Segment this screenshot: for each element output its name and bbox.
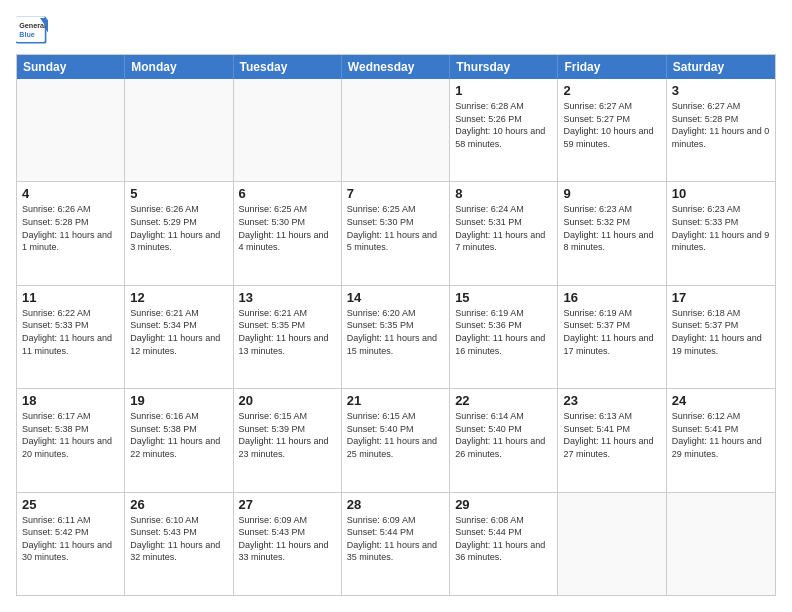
calendar-day-3: 3Sunrise: 6:27 AM Sunset: 5:28 PM Daylig…: [667, 79, 775, 181]
calendar-day-25: 25Sunrise: 6:11 AM Sunset: 5:42 PM Dayli…: [17, 493, 125, 595]
day-number: 10: [672, 186, 770, 201]
calendar-header: SundayMondayTuesdayWednesdayThursdayFrid…: [17, 55, 775, 79]
calendar-day-17: 17Sunrise: 6:18 AM Sunset: 5:37 PM Dayli…: [667, 286, 775, 388]
day-number: 6: [239, 186, 336, 201]
day-info: Sunrise: 6:15 AM Sunset: 5:39 PM Dayligh…: [239, 410, 336, 460]
calendar-day-26: 26Sunrise: 6:10 AM Sunset: 5:43 PM Dayli…: [125, 493, 233, 595]
calendar-day-4: 4Sunrise: 6:26 AM Sunset: 5:28 PM Daylig…: [17, 182, 125, 284]
weekday-header-wednesday: Wednesday: [342, 55, 450, 79]
calendar-empty-cell: [342, 79, 450, 181]
day-number: 23: [563, 393, 660, 408]
calendar-day-10: 10Sunrise: 6:23 AM Sunset: 5:33 PM Dayli…: [667, 182, 775, 284]
day-info: Sunrise: 6:16 AM Sunset: 5:38 PM Dayligh…: [130, 410, 227, 460]
calendar-row-2: 11Sunrise: 6:22 AM Sunset: 5:33 PM Dayli…: [17, 285, 775, 388]
day-number: 2: [563, 83, 660, 98]
calendar-row-3: 18Sunrise: 6:17 AM Sunset: 5:38 PM Dayli…: [17, 388, 775, 491]
day-info: Sunrise: 6:22 AM Sunset: 5:33 PM Dayligh…: [22, 307, 119, 357]
calendar-day-8: 8Sunrise: 6:24 AM Sunset: 5:31 PM Daylig…: [450, 182, 558, 284]
day-info: Sunrise: 6:14 AM Sunset: 5:40 PM Dayligh…: [455, 410, 552, 460]
day-number: 28: [347, 497, 444, 512]
day-number: 18: [22, 393, 119, 408]
svg-text:General: General: [19, 21, 46, 30]
day-number: 11: [22, 290, 119, 305]
day-info: Sunrise: 6:23 AM Sunset: 5:32 PM Dayligh…: [563, 203, 660, 253]
calendar-day-1: 1Sunrise: 6:28 AM Sunset: 5:26 PM Daylig…: [450, 79, 558, 181]
day-number: 22: [455, 393, 552, 408]
calendar-body: 1Sunrise: 6:28 AM Sunset: 5:26 PM Daylig…: [17, 79, 775, 595]
calendar-day-12: 12Sunrise: 6:21 AM Sunset: 5:34 PM Dayli…: [125, 286, 233, 388]
day-info: Sunrise: 6:12 AM Sunset: 5:41 PM Dayligh…: [672, 410, 770, 460]
calendar-day-13: 13Sunrise: 6:21 AM Sunset: 5:35 PM Dayli…: [234, 286, 342, 388]
calendar-day-6: 6Sunrise: 6:25 AM Sunset: 5:30 PM Daylig…: [234, 182, 342, 284]
calendar-day-14: 14Sunrise: 6:20 AM Sunset: 5:35 PM Dayli…: [342, 286, 450, 388]
day-info: Sunrise: 6:23 AM Sunset: 5:33 PM Dayligh…: [672, 203, 770, 253]
day-number: 19: [130, 393, 227, 408]
day-info: Sunrise: 6:27 AM Sunset: 5:27 PM Dayligh…: [563, 100, 660, 150]
day-number: 13: [239, 290, 336, 305]
day-info: Sunrise: 6:24 AM Sunset: 5:31 PM Dayligh…: [455, 203, 552, 253]
day-number: 29: [455, 497, 552, 512]
calendar-row-1: 4Sunrise: 6:26 AM Sunset: 5:28 PM Daylig…: [17, 181, 775, 284]
logo: General Blue: [16, 16, 48, 44]
svg-text:Blue: Blue: [19, 30, 35, 39]
weekday-header-friday: Friday: [558, 55, 666, 79]
day-number: 5: [130, 186, 227, 201]
calendar-day-2: 2Sunrise: 6:27 AM Sunset: 5:27 PM Daylig…: [558, 79, 666, 181]
calendar-empty-cell: [667, 493, 775, 595]
header: General Blue: [16, 16, 776, 44]
calendar-day-29: 29Sunrise: 6:08 AM Sunset: 5:44 PM Dayli…: [450, 493, 558, 595]
day-number: 9: [563, 186, 660, 201]
calendar-row-4: 25Sunrise: 6:11 AM Sunset: 5:42 PM Dayli…: [17, 492, 775, 595]
day-info: Sunrise: 6:17 AM Sunset: 5:38 PM Dayligh…: [22, 410, 119, 460]
calendar-day-9: 9Sunrise: 6:23 AM Sunset: 5:32 PM Daylig…: [558, 182, 666, 284]
calendar-empty-cell: [558, 493, 666, 595]
calendar: SundayMondayTuesdayWednesdayThursdayFrid…: [16, 54, 776, 596]
calendar-day-27: 27Sunrise: 6:09 AM Sunset: 5:43 PM Dayli…: [234, 493, 342, 595]
day-info: Sunrise: 6:21 AM Sunset: 5:34 PM Dayligh…: [130, 307, 227, 357]
day-number: 21: [347, 393, 444, 408]
day-info: Sunrise: 6:11 AM Sunset: 5:42 PM Dayligh…: [22, 514, 119, 564]
calendar-empty-cell: [17, 79, 125, 181]
day-number: 14: [347, 290, 444, 305]
calendar-empty-cell: [125, 79, 233, 181]
day-number: 1: [455, 83, 552, 98]
day-number: 7: [347, 186, 444, 201]
day-info: Sunrise: 6:09 AM Sunset: 5:43 PM Dayligh…: [239, 514, 336, 564]
day-number: 8: [455, 186, 552, 201]
calendar-day-22: 22Sunrise: 6:14 AM Sunset: 5:40 PM Dayli…: [450, 389, 558, 491]
day-info: Sunrise: 6:15 AM Sunset: 5:40 PM Dayligh…: [347, 410, 444, 460]
day-number: 20: [239, 393, 336, 408]
day-info: Sunrise: 6:26 AM Sunset: 5:28 PM Dayligh…: [22, 203, 119, 253]
calendar-day-21: 21Sunrise: 6:15 AM Sunset: 5:40 PM Dayli…: [342, 389, 450, 491]
day-number: 12: [130, 290, 227, 305]
weekday-header-thursday: Thursday: [450, 55, 558, 79]
logo-icon: General Blue: [16, 16, 48, 44]
day-info: Sunrise: 6:20 AM Sunset: 5:35 PM Dayligh…: [347, 307, 444, 357]
day-number: 4: [22, 186, 119, 201]
day-info: Sunrise: 6:27 AM Sunset: 5:28 PM Dayligh…: [672, 100, 770, 150]
day-number: 17: [672, 290, 770, 305]
calendar-row-0: 1Sunrise: 6:28 AM Sunset: 5:26 PM Daylig…: [17, 79, 775, 181]
day-number: 24: [672, 393, 770, 408]
day-info: Sunrise: 6:09 AM Sunset: 5:44 PM Dayligh…: [347, 514, 444, 564]
day-info: Sunrise: 6:08 AM Sunset: 5:44 PM Dayligh…: [455, 514, 552, 564]
day-number: 16: [563, 290, 660, 305]
calendar-day-24: 24Sunrise: 6:12 AM Sunset: 5:41 PM Dayli…: [667, 389, 775, 491]
day-number: 26: [130, 497, 227, 512]
day-number: 15: [455, 290, 552, 305]
weekday-header-monday: Monday: [125, 55, 233, 79]
day-info: Sunrise: 6:18 AM Sunset: 5:37 PM Dayligh…: [672, 307, 770, 357]
day-info: Sunrise: 6:19 AM Sunset: 5:37 PM Dayligh…: [563, 307, 660, 357]
calendar-day-11: 11Sunrise: 6:22 AM Sunset: 5:33 PM Dayli…: [17, 286, 125, 388]
calendar-day-20: 20Sunrise: 6:15 AM Sunset: 5:39 PM Dayli…: [234, 389, 342, 491]
day-info: Sunrise: 6:10 AM Sunset: 5:43 PM Dayligh…: [130, 514, 227, 564]
weekday-header-tuesday: Tuesday: [234, 55, 342, 79]
calendar-day-18: 18Sunrise: 6:17 AM Sunset: 5:38 PM Dayli…: [17, 389, 125, 491]
calendar-day-16: 16Sunrise: 6:19 AM Sunset: 5:37 PM Dayli…: [558, 286, 666, 388]
day-info: Sunrise: 6:25 AM Sunset: 5:30 PM Dayligh…: [239, 203, 336, 253]
page: General Blue SundayMondayTuesdayWednesda…: [0, 0, 792, 612]
calendar-day-19: 19Sunrise: 6:16 AM Sunset: 5:38 PM Dayli…: [125, 389, 233, 491]
calendar-day-7: 7Sunrise: 6:25 AM Sunset: 5:30 PM Daylig…: [342, 182, 450, 284]
day-info: Sunrise: 6:26 AM Sunset: 5:29 PM Dayligh…: [130, 203, 227, 253]
day-info: Sunrise: 6:25 AM Sunset: 5:30 PM Dayligh…: [347, 203, 444, 253]
